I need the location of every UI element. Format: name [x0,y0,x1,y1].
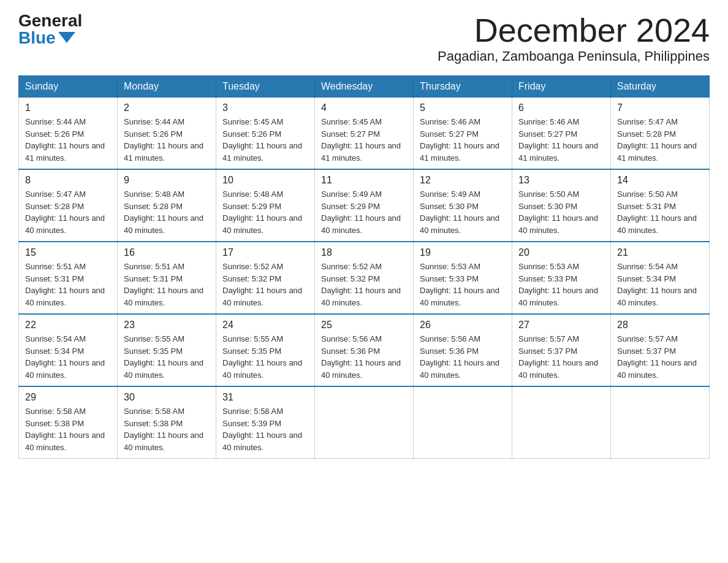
day-detail: Sunrise: 5:51 AMSunset: 5:31 PMDaylight:… [124,261,210,308]
table-row: 24Sunrise: 5:55 AMSunset: 5:35 PMDayligh… [216,314,315,386]
page-header: General Blue December 2024 Pagadian, Zam… [18,12,710,64]
day-detail: Sunrise: 5:56 AMSunset: 5:36 PMDaylight:… [321,333,407,381]
table-row: 14Sunrise: 5:50 AMSunset: 5:31 PMDayligh… [611,169,710,242]
table-row: 15Sunrise: 5:51 AMSunset: 5:31 PMDayligh… [19,242,118,314]
table-row: 4Sunrise: 5:45 AMSunset: 5:27 PMDaylight… [315,98,414,170]
day-number: 3 [222,102,308,113]
day-number: 6 [518,102,604,113]
day-detail: Sunrise: 5:49 AMSunset: 5:29 PMDaylight:… [321,188,407,236]
day-detail: Sunrise: 5:57 AMSunset: 5:37 PMDaylight:… [518,333,604,381]
table-row: 13Sunrise: 5:50 AMSunset: 5:30 PMDayligh… [512,169,611,242]
table-row [315,386,414,459]
calendar-table: Sunday Monday Tuesday Wednesday Thursday… [18,75,710,459]
day-detail: Sunrise: 5:53 AMSunset: 5:33 PMDaylight:… [518,261,604,308]
day-detail: Sunrise: 5:58 AMSunset: 5:38 PMDaylight:… [25,405,111,453]
day-detail: Sunrise: 5:54 AMSunset: 5:34 PMDaylight:… [617,261,703,308]
table-row: 16Sunrise: 5:51 AMSunset: 5:31 PMDayligh… [118,242,216,314]
day-detail: Sunrise: 5:50 AMSunset: 5:31 PMDaylight:… [617,188,703,236]
table-row: 11Sunrise: 5:49 AMSunset: 5:29 PMDayligh… [315,169,414,242]
table-row: 28Sunrise: 5:57 AMSunset: 5:37 PMDayligh… [611,314,710,386]
table-row: 7Sunrise: 5:47 AMSunset: 5:28 PMDaylight… [611,98,710,170]
table-row: 9Sunrise: 5:48 AMSunset: 5:28 PMDaylight… [118,169,216,242]
month-title: December 2024 [438,12,710,48]
calendar-week-row: 1Sunrise: 5:44 AMSunset: 5:26 PMDaylight… [19,98,710,170]
table-row [414,386,512,459]
col-saturday: Saturday [611,76,710,98]
day-number: 25 [321,320,407,331]
table-row [611,386,710,459]
day-detail: Sunrise: 5:54 AMSunset: 5:34 PMDaylight:… [25,333,111,381]
table-row: 12Sunrise: 5:49 AMSunset: 5:30 PMDayligh… [414,169,512,242]
day-number: 27 [518,320,604,331]
day-number: 14 [617,175,703,186]
day-detail: Sunrise: 5:47 AMSunset: 5:28 PMDaylight:… [617,116,703,164]
day-number: 31 [222,392,308,403]
day-detail: Sunrise: 5:52 AMSunset: 5:32 PMDaylight:… [222,261,308,308]
day-number: 29 [25,392,111,403]
day-detail: Sunrise: 5:56 AMSunset: 5:36 PMDaylight:… [420,333,506,381]
day-number: 20 [518,247,604,258]
day-detail: Sunrise: 5:44 AMSunset: 5:26 PMDaylight:… [25,116,111,164]
day-detail: Sunrise: 5:55 AMSunset: 5:35 PMDaylight:… [222,333,308,381]
day-number: 9 [124,175,210,186]
day-number: 22 [25,320,111,331]
table-row: 20Sunrise: 5:53 AMSunset: 5:33 PMDayligh… [512,242,611,314]
table-row: 27Sunrise: 5:57 AMSunset: 5:37 PMDayligh… [512,314,611,386]
table-row: 23Sunrise: 5:55 AMSunset: 5:35 PMDayligh… [118,314,216,386]
day-number: 18 [321,247,407,258]
calendar-week-row: 15Sunrise: 5:51 AMSunset: 5:31 PMDayligh… [19,242,710,314]
day-detail: Sunrise: 5:47 AMSunset: 5:28 PMDaylight:… [25,188,111,236]
day-number: 16 [124,247,210,258]
col-wednesday: Wednesday [315,76,414,98]
col-thursday: Thursday [414,76,512,98]
table-row: 18Sunrise: 5:52 AMSunset: 5:32 PMDayligh… [315,242,414,314]
day-number: 28 [617,320,703,331]
table-row: 30Sunrise: 5:58 AMSunset: 5:38 PMDayligh… [118,386,216,459]
col-sunday: Sunday [19,76,118,98]
day-detail: Sunrise: 5:50 AMSunset: 5:30 PMDaylight:… [518,188,604,236]
day-detail: Sunrise: 5:46 AMSunset: 5:27 PMDaylight:… [420,116,506,164]
day-detail: Sunrise: 5:55 AMSunset: 5:35 PMDaylight:… [124,333,210,381]
table-row: 26Sunrise: 5:56 AMSunset: 5:36 PMDayligh… [414,314,512,386]
col-monday: Monday [118,76,216,98]
table-row: 1Sunrise: 5:44 AMSunset: 5:26 PMDaylight… [19,98,118,170]
day-number: 2 [124,102,210,113]
table-row: 2Sunrise: 5:44 AMSunset: 5:26 PMDaylight… [118,98,216,170]
calendar-week-row: 8Sunrise: 5:47 AMSunset: 5:28 PMDaylight… [19,169,710,242]
day-number: 21 [617,247,703,258]
table-row: 5Sunrise: 5:46 AMSunset: 5:27 PMDaylight… [414,98,512,170]
day-number: 30 [124,392,210,403]
day-number: 24 [222,320,308,331]
calendar-week-row: 22Sunrise: 5:54 AMSunset: 5:34 PMDayligh… [19,314,710,386]
day-number: 15 [25,247,111,258]
day-number: 5 [420,102,506,113]
table-row: 31Sunrise: 5:58 AMSunset: 5:39 PMDayligh… [216,386,315,459]
day-number: 13 [518,175,604,186]
day-number: 19 [420,247,506,258]
table-row: 22Sunrise: 5:54 AMSunset: 5:34 PMDayligh… [19,314,118,386]
day-detail: Sunrise: 5:51 AMSunset: 5:31 PMDaylight:… [25,261,111,308]
day-detail: Sunrise: 5:48 AMSunset: 5:29 PMDaylight:… [222,188,308,236]
day-detail: Sunrise: 5:44 AMSunset: 5:26 PMDaylight:… [124,116,210,164]
table-row: 6Sunrise: 5:46 AMSunset: 5:27 PMDaylight… [512,98,611,170]
col-friday: Friday [512,76,611,98]
day-number: 1 [25,102,111,113]
day-number: 4 [321,102,407,113]
day-detail: Sunrise: 5:46 AMSunset: 5:27 PMDaylight:… [518,116,604,164]
table-row: 10Sunrise: 5:48 AMSunset: 5:29 PMDayligh… [216,169,315,242]
day-number: 10 [222,175,308,186]
col-tuesday: Tuesday [216,76,315,98]
day-number: 7 [617,102,703,113]
logo-general-text: General [18,12,82,29]
location-title: Pagadian, Zamboanga Peninsula, Philippin… [438,48,710,64]
logo-triangle-icon [58,32,75,43]
day-detail: Sunrise: 5:48 AMSunset: 5:28 PMDaylight:… [124,188,210,236]
day-number: 26 [420,320,506,331]
day-number: 12 [420,175,506,186]
day-detail: Sunrise: 5:49 AMSunset: 5:30 PMDaylight:… [420,188,506,236]
day-detail: Sunrise: 5:58 AMSunset: 5:38 PMDaylight:… [124,405,210,453]
table-row: 17Sunrise: 5:52 AMSunset: 5:32 PMDayligh… [216,242,315,314]
calendar-header-row: Sunday Monday Tuesday Wednesday Thursday… [19,76,710,98]
calendar-week-row: 29Sunrise: 5:58 AMSunset: 5:38 PMDayligh… [19,386,710,459]
day-detail: Sunrise: 5:45 AMSunset: 5:26 PMDaylight:… [222,116,308,164]
